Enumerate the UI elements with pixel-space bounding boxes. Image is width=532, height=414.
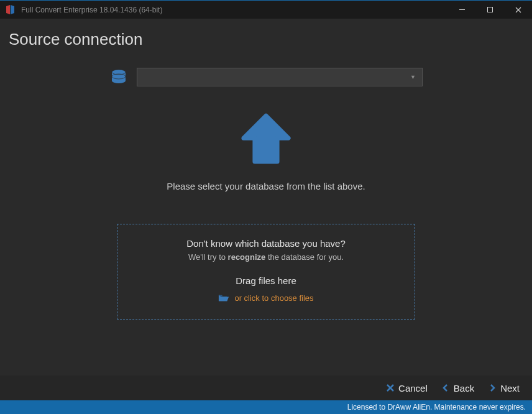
app-icon xyxy=(5,4,16,16)
titlebar: Full Convert Enterprise 18.04.1436 (64-b… xyxy=(0,0,532,19)
page-title: Source connection xyxy=(9,30,523,49)
database-icon xyxy=(109,69,128,85)
choose-files-link[interactable]: or click to choose files xyxy=(130,293,402,303)
wizard-footer: Cancel Back Next xyxy=(0,375,532,400)
svg-rect-1 xyxy=(488,7,493,12)
cancel-button[interactable]: Cancel xyxy=(386,383,428,393)
dropzone-subtitle: We'll try to recognize the database for … xyxy=(130,252,402,262)
back-button[interactable]: Back xyxy=(441,383,474,393)
arrow-up-icon xyxy=(238,111,294,167)
page-header: Source connection xyxy=(0,19,532,63)
folder-open-icon xyxy=(218,293,229,302)
database-dropdown[interactable]: ▼ xyxy=(137,68,423,86)
choose-files-text: or click to choose files xyxy=(234,293,313,303)
file-drop-zone[interactable]: Don't know which database you have? We'l… xyxy=(117,224,415,320)
titlebar-text: Full Convert Enterprise 18.04.1436 (64-b… xyxy=(21,6,448,14)
maximize-button[interactable] xyxy=(476,1,504,19)
main-content: ▼ Please select your database from the l… xyxy=(0,63,532,375)
chevron-down-icon: ▼ xyxy=(410,74,416,80)
instruction-text: Please select your database from the lis… xyxy=(142,180,390,194)
chevron-left-icon xyxy=(441,384,450,392)
window-controls xyxy=(448,1,532,19)
dropzone-drag-label: Drag files here xyxy=(130,275,402,286)
close-icon xyxy=(386,384,395,392)
database-selector-row: ▼ xyxy=(109,68,423,86)
status-bar: Licensed to DrAww AliEn. Maintenance nev… xyxy=(0,400,532,414)
dropzone-title: Don't know which database you have? xyxy=(130,238,402,249)
license-text: Licensed to DrAww AliEn. Maintenance nev… xyxy=(347,403,526,412)
close-button[interactable] xyxy=(504,1,532,19)
minimize-button[interactable] xyxy=(448,1,476,19)
chevron-right-icon xyxy=(488,384,497,392)
next-button[interactable]: Next xyxy=(488,383,520,393)
